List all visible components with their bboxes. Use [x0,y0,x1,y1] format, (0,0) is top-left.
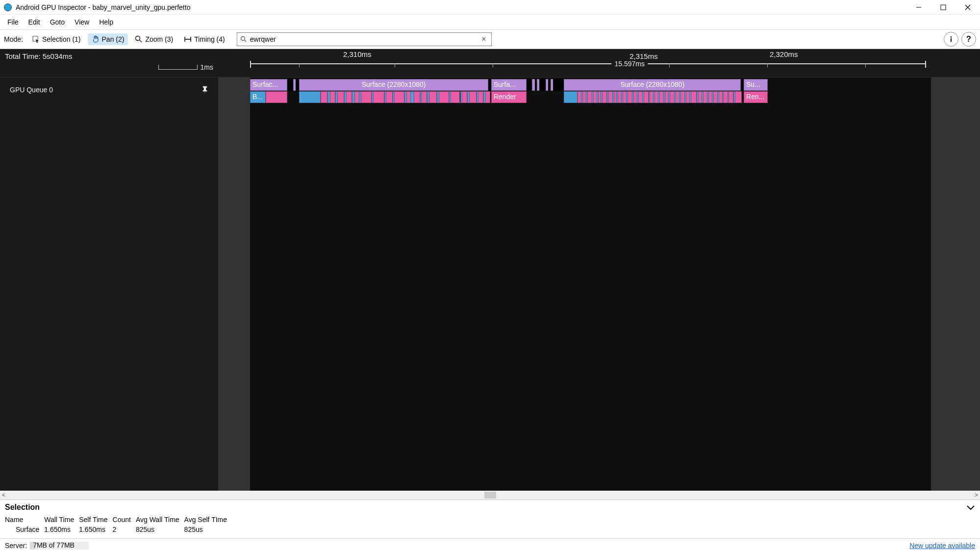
selection-icon [32,35,40,43]
total-time-label: Total Time: 5s034ms [5,52,213,60]
maximize-button[interactable] [931,0,955,15]
timeline-slice[interactable]: B... [250,91,266,103]
timeline-slice[interactable] [670,91,675,103]
close-button[interactable] [955,0,980,15]
table-header[interactable]: Self Time [79,515,112,525]
menu-view[interactable]: View [70,16,94,28]
track-row-bottom: B...RenderRen... [250,91,931,104]
timeline-slice[interactable]: Surfa... [491,79,527,91]
tick-label: 2,315ms [629,52,658,60]
time-header: Total Time: 5s034ms 1ms 2,310ms 2,315ms … [0,49,980,78]
timeline-slice[interactable] [587,91,592,103]
menu-file[interactable]: File [2,16,24,28]
timeline-slice[interactable] [414,91,420,103]
info-button[interactable] [944,32,958,47]
timeline-slice[interactable] [729,91,733,103]
svg-line-11 [244,40,246,42]
timeline-slice[interactable]: Surface (2280x1080) [299,79,488,91]
scroll-thumb[interactable] [484,492,496,499]
memory-progress: 7MB of 77MB [30,542,89,550]
timeline-slice[interactable] [628,91,632,103]
hand-icon [92,35,100,43]
track-row-name[interactable]: GPU Queue 0 [0,78,218,102]
menu-edit[interactable]: Edit [24,16,45,28]
table-row[interactable]: Surface1.650ms1.650ms2825us825us [5,525,232,534]
timeline-slice[interactable] [462,91,467,103]
timing-mode-button[interactable]: Timing (4) [180,33,229,45]
timeline-slice[interactable] [386,91,393,103]
menubar: File Edit Goto View Help [0,15,980,29]
pan-mode-button[interactable]: Pan (2) [88,33,128,45]
timeline-slice[interactable] [330,91,335,103]
info-icon [947,35,955,43]
timeline-slice[interactable] [439,91,449,103]
menu-help[interactable]: Help [94,16,118,28]
timeline-slice[interactable] [373,91,384,103]
timeline-slice[interactable] [644,91,649,103]
table-header[interactable]: Wall Time [44,515,79,525]
help-icon: ? [966,35,971,44]
update-link[interactable]: New update available [909,542,975,550]
timeline-slice[interactable] [564,91,578,103]
collapse-icon[interactable] [966,504,975,510]
minimize-button[interactable] [906,0,931,15]
timeline-slice[interactable] [346,91,352,103]
status-bar: Server: 7MB of 77MB New update available [0,538,980,552]
timeline-slice[interactable] [735,91,742,103]
timeline-slice[interactable] [485,91,490,103]
timeline-slice[interactable]: Render [491,91,527,103]
timing-icon [184,35,192,43]
ruler-area[interactable]: 2,310ms 2,315ms 2,320ms 15.597ms [218,49,980,77]
timeline-slice[interactable] [354,91,359,103]
timeline-slice[interactable] [451,91,460,103]
timeline-slice[interactable] [478,91,483,103]
timeline-slice[interactable] [321,91,327,103]
timeline-slice[interactable]: Ren... [744,91,768,103]
timeline-slice[interactable]: Surfac... [250,79,287,91]
main-area: Total Time: 5s034ms 1ms 2,310ms 2,315ms … [0,49,980,491]
svg-point-5 [136,36,140,41]
pin-icon[interactable] [201,86,208,94]
timeline-slice[interactable] [422,91,427,103]
table-header[interactable]: Name [5,515,44,525]
track-row-top: Surfac...Surface (2280x1080)Surfa...Surf… [250,79,931,91]
svg-line-6 [140,40,142,43]
timeline-slice[interactable] [469,91,477,103]
scroll-right-arrow[interactable]: > [975,492,978,499]
timeline-slice[interactable] [394,91,404,103]
svg-point-12 [951,36,952,38]
titlebar: Android GPU Inspector - baby_marvel_unit… [0,0,980,15]
timeline-slice[interactable] [429,91,437,103]
zoom-icon [135,35,143,43]
selection-mode-button[interactable]: Selection (1) [28,33,85,45]
timeline-slice[interactable]: Surface (2280x1080) [564,79,741,91]
table-header[interactable]: Avg Self TIme [184,515,232,525]
app-icon [4,3,12,11]
timeline-slice[interactable] [299,91,321,103]
memory-text: 7MB of 77MB [33,541,75,549]
scroll-left-arrow[interactable]: < [2,492,5,499]
mode-label: Mode: [4,35,23,43]
help-button[interactable]: ? [961,32,976,47]
table-header[interactable]: Count [113,515,136,525]
grey-band-right [931,78,980,491]
timeline-slice[interactable] [337,91,344,103]
timeline-slice[interactable] [361,91,372,103]
clear-search-button[interactable]: × [479,35,488,44]
track-names-column: GPU Queue 0 [0,78,218,491]
track-content[interactable]: Surfac...Surface (2280x1080)Surfa...Surf… [218,78,980,491]
horizontal-scrollbar[interactable]: < > [0,491,980,499]
zoom-mode-button[interactable]: Zoom (3) [131,33,177,45]
timeline-slice[interactable] [691,91,697,103]
table-header[interactable]: Avg Wall Time [136,515,184,525]
search-input[interactable] [250,35,479,43]
track-area: GPU Queue 0 Surfac...Surface (2280x1080)… [0,78,980,491]
svg-rect-13 [951,38,952,42]
timeline-slice[interactable]: Su... [744,79,768,91]
toolbar: Mode: Selection (1) Pan (2) Zoom (3) Tim… [0,29,980,49]
timeline-slice[interactable] [266,91,287,103]
search-box[interactable]: × [237,32,492,46]
tick-label: 2,310ms [343,50,372,58]
menu-goto[interactable]: Goto [45,16,70,28]
timeline-slice[interactable] [602,91,607,103]
